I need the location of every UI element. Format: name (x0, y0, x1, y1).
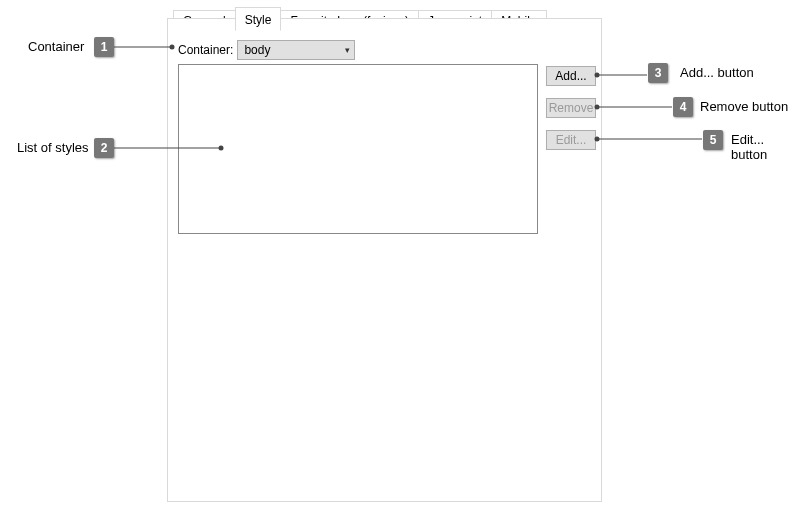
callout-badge-3: 3 (648, 63, 668, 83)
callout-label-2: List of styles (17, 140, 89, 155)
container-row: Container: body ▾ (178, 40, 355, 60)
callout-label-5: Edit... button (731, 132, 801, 162)
container-dropdown-value: body (244, 43, 270, 57)
callout-badge-5: 5 (703, 130, 723, 150)
edit-button[interactable]: Edit... (546, 130, 596, 150)
callout-label-1: Container (28, 39, 84, 54)
chevron-down-icon: ▾ (345, 45, 350, 55)
callout-badge-4: 4 (673, 97, 693, 117)
add-button[interactable]: Add... (546, 66, 596, 86)
remove-button[interactable]: Remove (546, 98, 596, 118)
callout-leader-5 (592, 134, 702, 144)
container-label: Container: (178, 43, 233, 57)
callout-leader-4 (592, 102, 672, 112)
tab-style[interactable]: Style (235, 7, 282, 31)
callout-label-4: Remove button (700, 99, 788, 114)
callout-badge-1: 1 (94, 37, 114, 57)
callout-badge-2: 2 (94, 138, 114, 158)
callout-label-3: Add... button (680, 65, 754, 80)
styles-listbox[interactable] (178, 64, 538, 234)
container-dropdown[interactable]: body ▾ (237, 40, 355, 60)
